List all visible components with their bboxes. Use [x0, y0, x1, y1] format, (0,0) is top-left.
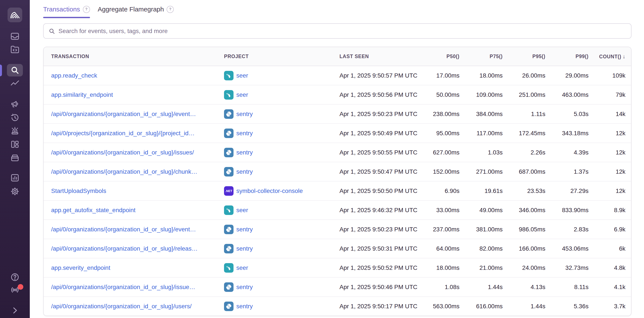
project-link[interactable]: sentry [236, 111, 253, 118]
p75-cell: 109.00ms [464, 91, 508, 98]
sidebar-item-dashboards[interactable] [10, 139, 20, 149]
last-seen-cell: Apr 1, 2025 9:50:52 PM UTC [338, 264, 429, 271]
search-bar[interactable] [43, 23, 632, 39]
sidebar-item-search-active[interactable] [7, 64, 23, 77]
search-input[interactable] [58, 28, 631, 35]
transaction-link[interactable]: /api/0/organizations/{organization_id_or… [51, 149, 194, 156]
column-header-transaction[interactable]: TRANSACTION [44, 54, 223, 59]
column-header-project[interactable]: PROJECT [223, 54, 338, 59]
sidebar-item-issues[interactable] [10, 31, 20, 41]
transaction-link[interactable]: app.severity_endpoint [51, 264, 110, 271]
project-cell: sentry [223, 244, 338, 253]
count-cell: 109k [594, 72, 631, 79]
p75-cell: 384.00ms [464, 111, 508, 118]
sidebar-item-explore[interactable] [10, 45, 20, 55]
project-cell: seer [223, 71, 338, 80]
last-seen-cell: Apr 1, 2025 9:50:49 PM UTC [338, 130, 429, 137]
tab-transactions[interactable]: Transactions ? [43, 6, 90, 18]
project-link[interactable]: sentry [236, 284, 253, 290]
tab-transactions-help-icon[interactable]: ? [83, 6, 90, 13]
project-icon [224, 263, 234, 273]
project-link[interactable]: sentry [236, 130, 253, 137]
transaction-link[interactable]: /api/0/organizations/{organization_id_or… [51, 226, 196, 233]
project-link[interactable]: seer [236, 72, 248, 79]
transaction-link[interactable]: app.similarity_endpoint [51, 91, 113, 98]
sidebar-item-help[interactable] [10, 272, 20, 282]
explore-folder-code-icon [10, 45, 20, 55]
megaphone-icon [10, 99, 20, 109]
transaction-link[interactable]: app.ready_check [51, 72, 97, 79]
transaction-link[interactable]: /api/0/organizations/{organization_id_or… [51, 284, 195, 290]
transaction-link[interactable]: /api/0/projects/{organization_id_or_slug… [51, 130, 195, 137]
p99-cell: 27.29s [550, 187, 594, 194]
project-link[interactable]: sentry [236, 168, 253, 175]
transaction-link[interactable]: StartUploadSymbols [51, 187, 106, 194]
table-row: app.similarity_endpoint seer Apr 1, 2025… [44, 85, 631, 104]
p50-cell: 6.90s [429, 187, 464, 194]
p75-cell: 19.61s [464, 187, 508, 194]
transaction-cell: app.ready_check [44, 72, 223, 79]
column-header-count[interactable]: COUNT()↓ [594, 53, 631, 60]
transaction-link[interactable]: app.get_autofix_state_endpoint [51, 207, 136, 213]
p99-cell: 463.00ms [550, 91, 594, 98]
sidebar-collapse-button[interactable] [10, 305, 20, 315]
project-link[interactable]: sentry [236, 303, 253, 310]
project-icon: .NET [224, 186, 234, 196]
seer-logo-icon [225, 91, 232, 98]
p99-cell: 833.90ms [550, 207, 594, 214]
table-row: /api/0/organizations/{organization_id_or… [44, 162, 631, 181]
table-row: /api/0/organizations/{organization_id_or… [44, 219, 631, 239]
project-link[interactable]: seer [236, 91, 248, 98]
transaction-link[interactable]: /api/0/organizations/{organization_id_or… [51, 168, 197, 175]
transaction-cell: StartUploadSymbols [44, 187, 223, 194]
sidebar-item-feedback[interactable] [10, 99, 20, 109]
python-logo-icon [225, 284, 232, 290]
column-header-p75[interactable]: P75() [464, 54, 508, 59]
project-icon [224, 148, 234, 157]
sidebar-item-settings[interactable] [10, 186, 20, 196]
project-link[interactable]: symbol-collector-console [236, 187, 303, 194]
last-seen-cell: Apr 1, 2025 9:50:50 PM UTC [338, 187, 429, 194]
count-cell: 8.9k [594, 207, 631, 214]
project-link[interactable]: sentry [236, 226, 253, 233]
transaction-link[interactable]: /api/0/organizations/{organization_id_or… [51, 111, 196, 117]
issues-icon [10, 31, 20, 41]
count-cell: 3.7k [594, 303, 631, 310]
python-logo-icon [225, 111, 232, 118]
sidebar-item-releases[interactable] [10, 153, 20, 163]
count-cell: 12k [594, 149, 631, 156]
table-row: app.ready_check seer Apr 1, 2025 9:50:57… [44, 66, 631, 85]
column-header-p50[interactable]: P50() [429, 54, 464, 59]
sidebar-item-replays[interactable] [10, 113, 20, 123]
transaction-link[interactable]: /api/0/organizations/{organization_id_or… [51, 245, 198, 252]
chevron-right-icon [10, 305, 20, 315]
project-link[interactable]: seer [236, 264, 248, 271]
project-link[interactable]: seer [236, 207, 248, 214]
p95-cell: 687.00ms [508, 168, 550, 175]
p75-cell: 271.00ms [464, 168, 508, 175]
tab-aggregate-flamegraph[interactable]: Aggregate Flamegraph ? [98, 6, 174, 18]
count-cell: 12k [594, 168, 631, 175]
tab-aggregate-flamegraph-help-icon[interactable]: ? [166, 6, 174, 13]
column-header-p95[interactable]: P95() [508, 54, 550, 59]
project-cell: sentry [223, 301, 338, 311]
search-icon [10, 66, 20, 75]
sidebar-item-alerts[interactable] [10, 126, 20, 136]
project-cell: seer [223, 205, 338, 215]
help-question-icon [10, 272, 20, 282]
transaction-link[interactable]: /api/0/organizations/{organization_id_or… [51, 303, 192, 309]
p50-cell: 152.00ms [429, 168, 464, 175]
table-row: /api/0/organizations/{organization_id_or… [44, 239, 631, 258]
project-link[interactable]: sentry [236, 245, 253, 252]
sidebar-item-stats[interactable] [10, 173, 20, 183]
p75-cell: 616.00ms [464, 303, 508, 310]
sidebar-item-traces[interactable] [10, 79, 20, 89]
project-link[interactable]: sentry [236, 149, 253, 156]
sentry-logo[interactable] [8, 8, 22, 22]
p50-cell: 238.00ms [429, 111, 464, 118]
transaction-cell: /api/0/organizations/{organization_id_or… [44, 245, 223, 252]
column-header-p99[interactable]: P99() [550, 54, 594, 59]
column-header-last-seen[interactable]: LAST SEEN [338, 54, 429, 59]
count-cell: 4.1k [594, 284, 631, 290]
p50-cell: 627.00ms [429, 149, 464, 156]
